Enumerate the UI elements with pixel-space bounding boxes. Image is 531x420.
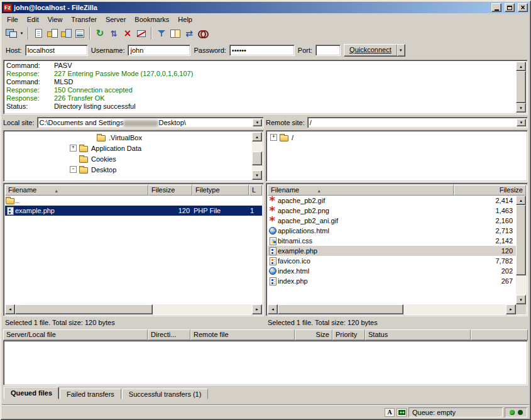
menu-transfer[interactable]: Transfer bbox=[67, 14, 101, 25]
remote-vertical-scrollbar[interactable]: ▲ ▼ bbox=[516, 196, 526, 304]
column-header-direction[interactable]: Directi... bbox=[148, 329, 190, 340]
cancel-operation-button[interactable]: × bbox=[121, 26, 134, 40]
column-header-filetype[interactable]: Filetype bbox=[192, 185, 249, 196]
synchronized-browsing-button[interactable]: ⇄ bbox=[182, 26, 196, 40]
tree-item[interactable]: +Application Data bbox=[5, 143, 252, 153]
file-row-selected[interactable]: example.php120 bbox=[268, 246, 516, 256]
site-manager-dropdown-button[interactable]: ▼ bbox=[18, 26, 25, 40]
column-header-status[interactable]: Status bbox=[365, 329, 471, 340]
tab-queued-files[interactable]: Queued files bbox=[4, 387, 59, 399]
local-site-combo[interactable]: C:\Documents and SettingsDesktop\ ▼ bbox=[37, 117, 264, 128]
html-file-icon bbox=[268, 267, 278, 275]
tree-item[interactable]: Cookies bbox=[5, 153, 252, 164]
remote-horizontal-scrollbar[interactable]: ◄ ► bbox=[268, 304, 516, 314]
file-row[interactable]: bitnami.css2,142 bbox=[268, 236, 516, 246]
password-input[interactable] bbox=[229, 45, 295, 56]
file-row[interactable]: index.html202 bbox=[268, 266, 516, 276]
scroll-thumb[interactable] bbox=[516, 205, 526, 275]
toggle-local-tree-button[interactable] bbox=[45, 26, 59, 40]
scroll-down-button[interactable]: ▼ bbox=[252, 170, 262, 180]
minimize-button[interactable] bbox=[491, 3, 501, 12]
find-files-button[interactable] bbox=[196, 26, 210, 40]
queue-list[interactable] bbox=[3, 340, 528, 385]
title-bar[interactable]: Fz john@localhost - FileZilla × bbox=[2, 2, 529, 13]
log-vertical-scrollbar[interactable]: ▲ ▼ bbox=[516, 62, 526, 113]
scroll-track[interactable] bbox=[15, 304, 252, 314]
local-tree-vertical-scrollbar[interactable]: ▲ ▼ bbox=[252, 132, 262, 180]
file-row[interactable]: favicon.ico7,782 bbox=[268, 256, 516, 266]
scroll-down-button[interactable]: ▼ bbox=[516, 295, 526, 304]
toggle-queue-button[interactable] bbox=[73, 26, 87, 40]
quickconnect-dropdown[interactable]: ▼ bbox=[397, 45, 405, 56]
scroll-left-button[interactable]: ◄ bbox=[5, 304, 15, 314]
process-queue-button[interactable]: ⇅ bbox=[107, 26, 121, 40]
collapse-icon[interactable]: - bbox=[70, 166, 77, 173]
disconnect-button[interactable] bbox=[134, 26, 148, 40]
combo-dropdown-button[interactable]: ▼ bbox=[517, 119, 526, 126]
tree-item[interactable]: .VirtualBox bbox=[5, 132, 252, 143]
column-header-lastmodified[interactable]: L bbox=[249, 185, 262, 196]
combo-dropdown-button[interactable]: ▼ bbox=[253, 119, 262, 126]
expand-icon[interactable]: + bbox=[270, 134, 277, 141]
filter-button[interactable] bbox=[155, 26, 168, 40]
folder-icon bbox=[280, 135, 288, 141]
scroll-down-button[interactable]: ▼ bbox=[516, 103, 526, 113]
column-header-filesize[interactable]: Filesize bbox=[148, 185, 192, 196]
scroll-right-button[interactable]: ► bbox=[252, 304, 262, 314]
refresh-button[interactable]: ↻ bbox=[93, 26, 107, 40]
scroll-up-button[interactable]: ▲ bbox=[516, 62, 526, 71]
sort-asc-icon: ▲ bbox=[54, 189, 58, 193]
menu-file[interactable]: File bbox=[3, 14, 23, 25]
tree-item[interactable]: +/ bbox=[268, 132, 516, 143]
scroll-left-button[interactable]: ◄ bbox=[268, 304, 278, 314]
tab-successful-transfers[interactable]: Successful transfers (1) bbox=[122, 389, 209, 399]
file-row-selected[interactable]: example.php 120 PHP File 1 bbox=[5, 206, 262, 216]
remote-status-text: Selected 1 file. Total size: 120 bytes bbox=[266, 316, 528, 328]
file-row[interactable]: apache_pb2.gif2,414 bbox=[268, 196, 516, 206]
file-row[interactable]: applications.html2,713 bbox=[268, 226, 516, 236]
column-header-filename[interactable]: Filename▲ bbox=[5, 185, 148, 196]
menu-view[interactable]: View bbox=[43, 14, 67, 25]
quickconnect-button[interactable]: Quickconnect ▼ bbox=[344, 44, 405, 57]
remote-site-combo[interactable]: / ▼ bbox=[307, 117, 528, 128]
close-button[interactable]: × bbox=[518, 3, 528, 12]
port-input[interactable] bbox=[315, 45, 341, 56]
column-header-size[interactable]: Size bbox=[295, 329, 332, 340]
expand-icon[interactable]: + bbox=[70, 145, 77, 152]
file-row[interactable]: index.php267 bbox=[268, 276, 516, 286]
scroll-thumb[interactable] bbox=[15, 304, 153, 314]
scroll-track[interactable] bbox=[516, 71, 526, 103]
tree-item[interactable]: -Desktop bbox=[5, 164, 252, 175]
html-file-icon bbox=[268, 227, 278, 235]
column-header-filename[interactable]: Filename▲ bbox=[268, 185, 454, 196]
scroll-track[interactable] bbox=[278, 304, 506, 314]
scroll-track[interactable] bbox=[516, 205, 526, 295]
column-header-server-local-file[interactable]: Server/Local file bbox=[3, 329, 148, 340]
local-horizontal-scrollbar[interactable]: ◄ ► bbox=[5, 304, 262, 314]
menu-server[interactable]: Server bbox=[101, 14, 130, 25]
tab-failed-transfers[interactable]: Failed transfers bbox=[60, 389, 121, 399]
menu-bookmarks[interactable]: Bookmarks bbox=[130, 14, 173, 25]
compare-directories-button[interactable] bbox=[168, 26, 182, 40]
maximize-button[interactable] bbox=[505, 3, 515, 12]
column-header-remote-file[interactable]: Remote file bbox=[190, 329, 295, 340]
scroll-track[interactable] bbox=[252, 141, 262, 170]
file-row[interactable]: apache_pb2_ani.gif2,160 bbox=[268, 216, 516, 226]
host-input[interactable] bbox=[25, 45, 88, 56]
scroll-up-button[interactable]: ▲ bbox=[516, 196, 526, 205]
scroll-thumb[interactable] bbox=[252, 152, 262, 165]
menu-help[interactable]: Help bbox=[173, 14, 197, 25]
menu-edit[interactable]: Edit bbox=[23, 14, 43, 25]
file-row[interactable]: apache_pb2.png1,463 bbox=[268, 206, 516, 216]
column-header-priority[interactable]: Priority bbox=[332, 329, 365, 340]
scroll-up-button[interactable]: ▲ bbox=[252, 132, 262, 141]
scroll-thumb[interactable] bbox=[516, 71, 526, 103]
toggle-message-log-button[interactable] bbox=[31, 26, 45, 40]
scroll-thumb[interactable] bbox=[278, 304, 403, 314]
toggle-remote-tree-button[interactable] bbox=[59, 26, 73, 40]
site-manager-button[interactable] bbox=[4, 26, 18, 40]
username-input[interactable] bbox=[128, 45, 190, 56]
file-row-parent[interactable]: .. bbox=[5, 196, 262, 206]
scroll-right-button[interactable]: ► bbox=[506, 304, 516, 314]
column-header-filesize[interactable]: Filesize bbox=[454, 185, 526, 196]
